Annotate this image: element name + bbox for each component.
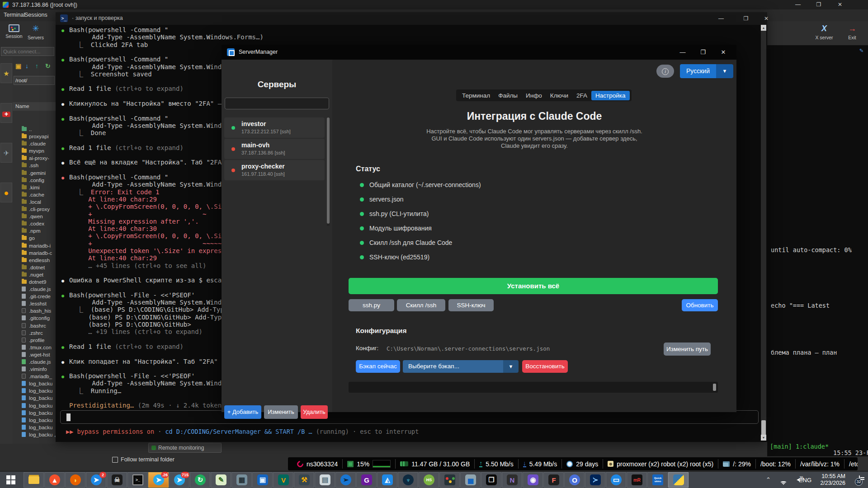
server-list-item-investor[interactable]: investor173.212.212.157 [ssh] [224,117,325,138]
taskbar-app-python-servermanager[interactable] [668,472,689,488]
file-row[interactable]: .lesshst [13,300,56,307]
tray-language[interactable]: ENG [799,477,811,483]
taskbar-app-proxy-tool[interactable]: ☠ [107,472,127,488]
taskbar-app-app-window[interactable]: ▣ [252,472,273,488]
file-row[interactable]: .viminfo [13,366,56,373]
download-icon[interactable]: ↓ [25,62,28,70]
remote-monitoring-button[interactable]: Remote monitoring [148,443,222,453]
file-row[interactable]: .npm [13,227,56,235]
taskbar-app-github-desktop[interactable]: ◉ [523,472,543,488]
start-button[interactable] [0,472,22,488]
tool-button-skill-ssh[interactable]: Скилл /ssh [397,299,445,311]
taskbar-app-thunderbird[interactable]: ➤2 [86,472,106,488]
file-row[interactable]: .qwen [13,213,56,220]
taskbar-app-file-explorer[interactable] [24,472,44,488]
taskbar-app-dark-bird[interactable]: ➢ [335,472,356,488]
file-row[interactable]: log_backu [13,431,56,438]
file-row[interactable]: .bashrc [13,322,56,329]
file-row[interactable]: .zshrc [13,329,56,337]
file-row[interactable]: mariadb-i [13,242,56,249]
tab-инфо[interactable]: Инфо [522,91,546,100]
file-row[interactable]: .claude.js [13,286,56,293]
taskbar-app-remote-desktop[interactable]: ▭ [606,472,626,488]
file-row[interactable]: proxyapi [13,133,56,140]
taskbar-app-heidisql[interactable]: HS [419,472,439,488]
file-row[interactable]: log_backu [13,409,56,417]
upload-icon[interactable]: ↑ [35,62,38,70]
path-input[interactable] [14,76,55,85]
taskbar-app-quick-utmo[interactable]: Quick utmo [647,472,668,488]
file-row[interactable]: .gitconfig [13,314,56,322]
minimize-icon[interactable]: — [674,45,692,60]
tray-chevron-icon[interactable]: ⌃ [766,476,771,483]
file-row[interactable]: endlessh [13,257,56,264]
file-row[interactable]: log_backu [13,380,56,387]
taskbar-app-v9-app[interactable]: V [273,472,293,488]
follow-terminal-checkbox[interactable] [112,457,118,463]
close-icon[interactable]: ✕ [833,1,847,9]
change-path-button[interactable]: Изменить путь [664,343,711,356]
terminal-prompt-box[interactable] [60,410,759,424]
taskbar-app-calculator[interactable]: ▦ [231,472,252,488]
file-row[interactable]: .cli-proxy [13,206,56,213]
file-row[interactable]: .kimi [13,184,56,191]
close-icon[interactable]: ✕ [756,12,776,25]
scroll-up-icon[interactable]: ▲ [761,25,766,31]
refresh-icon[interactable]: ↻ [45,62,51,70]
backup-select[interactable]: Выберите бэкап... ▼ [403,360,519,373]
scrollbar-thumb[interactable] [713,384,716,391]
file-row[interactable]: .wget-hst [13,351,56,358]
server-delete-button[interactable]: Удалить [301,405,328,419]
terminal-scrollbar[interactable]: ▲ ▼ [761,25,766,441]
toolbar-button-x-server[interactable]: XX server [814,22,835,43]
folder-up-icon[interactable]: ▣ [15,62,21,70]
sidebar-tab-sftp-plane[interactable]: ✈ [0,143,12,163]
file-row[interactable]: .bash_his [13,307,56,314]
server-edit-button[interactable]: Изменить [264,405,298,419]
scrollbar-thumb[interactable] [327,117,330,224]
quick-connect-input[interactable] [1,47,54,56]
file-row[interactable]: .git-crede [13,293,56,300]
menu-item-terminal[interactable]: Terminal [4,12,25,18]
scroll-down-icon[interactable]: ▼ [761,435,766,441]
file-row[interactable]: .tmux.con [13,344,56,351]
server-list-item-main-ovh[interactable]: main-ovh37.187.136.86 [ssh] [224,139,325,159]
tab-терминал[interactable]: Терминал [458,91,494,100]
server-search-input[interactable] [225,98,329,109]
taskbar-app-n-app[interactable]: N [502,472,522,488]
language-select[interactable]: Русский ▼ [680,64,733,78]
toolbar-button-exit[interactable]: →Exit [842,22,863,43]
taskbar-app-brave[interactable]: ▲ [44,472,65,488]
file-row[interactable]: .mariadb_ [13,373,56,380]
terminal-tab-title[interactable]: · запуск и проверка [72,15,123,21]
taskbar-app-figma[interactable]: F [543,472,564,488]
file-row[interactable]: ai-proxy- [13,155,56,162]
file-row[interactable]: .gemini [13,169,56,177]
file-row[interactable]: .claude.js [13,358,56,366]
toolbar-button-session[interactable]: Session [4,22,24,43]
file-row[interactable]: .cache [13,191,56,198]
file-row[interactable]: log_backu [13,387,56,394]
taskbar-app-freefilesync[interactable]: ↻ [190,472,210,488]
file-row[interactable]: dotnet9 [13,278,56,286]
file-row[interactable]: .codex [13,220,56,227]
taskbar-app-notepad-plus-plus[interactable]: ✎ [211,472,231,488]
close-icon[interactable]: ✕ [714,45,732,60]
server-add-button[interactable]: + Добавить [224,405,261,419]
files-column-header[interactable]: Name [13,102,56,111]
taskbar-app-notepad[interactable]: ▤ [315,472,335,488]
sidebar-tab-tools-knife[interactable]: ✚ [0,103,12,123]
taskbar-app-dev-tools[interactable]: ⚒ [294,472,314,488]
taskbar-app-firefox[interactable]: ◗ [65,472,85,488]
taskbar-app-system-monitor[interactable]: ▅ [460,472,481,488]
restore-button[interactable]: Восстановить [522,360,568,373]
file-row[interactable]: log_backu [13,417,56,424]
taskbar-app-mremoteng[interactable]: mR [627,472,647,488]
taskbar-app-display-settings[interactable] [439,472,460,488]
taskbar-app-g-app[interactable]: G [356,472,377,488]
taskbar-app-browser-o[interactable]: O [564,472,585,488]
tab-файлы[interactable]: Файлы [494,91,522,100]
file-row[interactable]: .config [13,177,56,184]
file-row[interactable]: .claude [13,140,56,147]
taskbar-app-powershell[interactable]: ≻ [585,472,605,488]
